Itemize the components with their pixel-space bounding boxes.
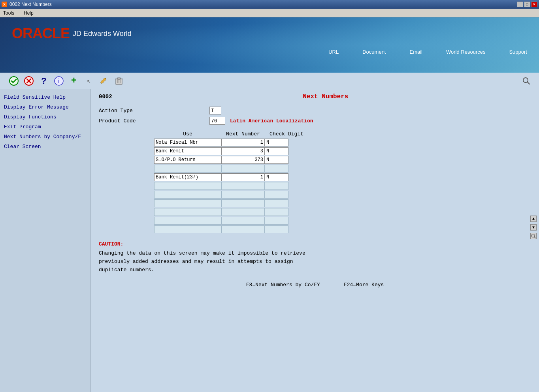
nav-url[interactable]: URL <box>328 49 339 55</box>
cell-check-digit[interactable]: N <box>265 173 288 181</box>
cell-use[interactable] <box>154 225 221 233</box>
sidebar-item-display-functions[interactable]: Display Functions <box>0 112 90 122</box>
app-icon: X <box>2 2 7 7</box>
table-row: Nota Fiscal Nbr1N <box>154 139 531 146</box>
cell-check-digit[interactable] <box>265 182 288 190</box>
cell-check-digit[interactable]: N <box>265 139 288 146</box>
cell-check-digit[interactable] <box>265 217 288 225</box>
title-bar: X 0002 Next Numbers _ □ ✕ <box>0 0 539 9</box>
cell-next-number[interactable] <box>221 165 265 173</box>
table-row: S.O/P.O Return373N <box>154 156 531 164</box>
table-row <box>154 225 531 233</box>
product-code-row: Product Code Latin American Localization <box>99 117 531 125</box>
sidebar-item-display-error-message[interactable]: Display Error Message <box>0 102 90 112</box>
action-type-input[interactable] <box>209 107 221 114</box>
cell-use[interactable]: Bank Remit <box>154 147 221 155</box>
cell-next-number[interactable] <box>221 217 265 225</box>
cell-check-digit[interactable]: N <box>265 147 288 155</box>
ok-button[interactable] <box>8 75 20 87</box>
main-layout: Field Sensitive Help Display Error Messa… <box>0 89 539 392</box>
table-rows: Nota Fiscal Nbr1NBank Remit3NS.O/P.O Ret… <box>99 139 531 233</box>
form-header: 0002 Next Numbers <box>99 93 531 100</box>
table-headers: Use Next Number Check Digit <box>99 131 531 137</box>
product-code-desc: Latin American Localization <box>230 118 313 124</box>
cell-next-number[interactable] <box>221 208 265 216</box>
menu-help[interactable]: Help <box>22 9 35 17</box>
cell-next-number[interactable] <box>221 191 265 199</box>
cell-use[interactable] <box>154 208 221 216</box>
nav-document[interactable]: Document <box>362 49 386 55</box>
maximize-button[interactable]: □ <box>524 2 530 7</box>
nav-support[interactable]: Support <box>509 49 527 55</box>
content-area: 0002 Next Numbers Action Type Product Co… <box>91 89 539 392</box>
table-row <box>154 208 531 216</box>
cell-check-digit[interactable] <box>265 208 288 216</box>
col-header-use: Use <box>154 131 221 137</box>
cell-use[interactable]: Nota Fiscal Nbr <box>154 139 221 146</box>
window-controls[interactable]: _ □ ✕ <box>517 2 537 7</box>
cell-next-number[interactable] <box>221 225 265 233</box>
caution-line-0: Changing the data on this screen may mak… <box>99 249 531 258</box>
cell-next-number[interactable] <box>221 199 265 207</box>
svg-line-11 <box>528 82 530 84</box>
sidebar-item-field-sensitive-help[interactable]: Field Sensitive Help <box>0 92 90 102</box>
menu-tools[interactable]: Tools <box>2 9 16 17</box>
add-button[interactable]: + <box>68 75 80 87</box>
table-row <box>154 165 531 173</box>
cell-next-number[interactable] <box>221 182 265 190</box>
toolbar: ? i + ↖ <box>0 73 539 89</box>
cell-use[interactable]: S.O/P.O Return <box>154 156 221 164</box>
cell-check-digit[interactable] <box>265 199 288 207</box>
info-button[interactable]: i <box>53 75 65 87</box>
sidebar-item-clear-screen[interactable]: Clear Screen <box>0 142 90 152</box>
cell-next-number[interactable]: 1 <box>221 173 265 181</box>
cell-next-number[interactable]: 1 <box>221 139 265 146</box>
zoom-btn[interactable] <box>530 233 537 239</box>
help-button[interactable]: ? <box>38 75 50 87</box>
cell-use[interactable] <box>154 199 221 207</box>
f24-key: F24=More Keys <box>344 282 384 288</box>
search-button[interactable] <box>522 76 531 86</box>
cell-use[interactable] <box>154 165 221 173</box>
sidebar-item-next-numbers[interactable]: Next Numbers by Company/F <box>0 132 90 142</box>
nav-email[interactable]: Email <box>409 49 422 55</box>
scroll-down-btn[interactable]: ▼ <box>530 224 537 231</box>
action-type-row: Action Type <box>99 107 531 114</box>
close-button[interactable]: ✕ <box>531 2 537 7</box>
cell-check-digit[interactable]: N <box>265 156 288 164</box>
jde-text: JD Edwards World <box>73 30 132 38</box>
scroll-up-btn[interactable]: ▲ <box>530 216 537 222</box>
cell-use[interactable] <box>154 217 221 225</box>
delete-button[interactable] <box>113 75 125 87</box>
form-fields: Action Type Product Code Latin American … <box>99 107 531 125</box>
cell-check-digit[interactable] <box>265 191 288 199</box>
svg-line-13 <box>534 237 535 238</box>
menu-bar: Tools Help <box>0 9 539 17</box>
function-keys: F8=Next Numbers by Co/FY F24=More Keys <box>99 282 531 288</box>
col-header-check: Check Digit <box>265 131 308 137</box>
window-title: 0002 Next Numbers <box>9 2 52 7</box>
edit-button[interactable] <box>98 75 110 87</box>
table-row <box>154 182 531 190</box>
app-header: ORACLE JD Edwards World URL Document Ema… <box>0 17 539 73</box>
cell-use[interactable] <box>154 191 221 199</box>
cell-use[interactable] <box>154 182 221 190</box>
oracle-logo-text: ORACLE <box>12 25 70 42</box>
cell-check-digit[interactable] <box>265 225 288 233</box>
nav-world-resources[interactable]: World Resources <box>446 49 485 55</box>
table-row <box>154 191 531 199</box>
form-title: Next Numbers <box>120 93 531 100</box>
sidebar: Field Sensitive Help Display Error Messa… <box>0 89 91 392</box>
cancel-button[interactable] <box>23 75 35 87</box>
cell-use[interactable]: Bank Remit(237) <box>154 173 221 181</box>
product-code-input[interactable] <box>209 117 225 125</box>
cell-check-digit[interactable] <box>265 165 288 173</box>
action-type-label: Action Type <box>99 108 209 114</box>
cell-next-number[interactable]: 373 <box>221 156 265 164</box>
minimize-button[interactable]: _ <box>517 2 523 7</box>
table-row: Bank Remit3N <box>154 147 531 155</box>
cursor-icon: ↖ <box>83 75 95 87</box>
sidebar-item-exit-program[interactable]: Exit Program <box>0 122 90 132</box>
f8-key: F8=Next Numbers by Co/FY <box>246 282 320 288</box>
cell-next-number[interactable]: 3 <box>221 147 265 155</box>
